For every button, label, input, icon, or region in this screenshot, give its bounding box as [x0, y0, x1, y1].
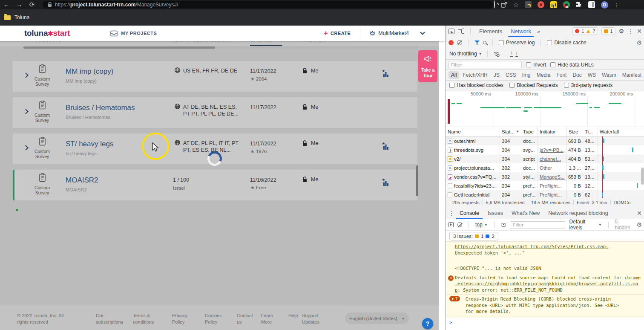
extension-chart-icon[interactable]: [550, 1, 557, 8]
type-filter[interactable]: Doc: [570, 71, 584, 79]
drawer-menu-icon[interactable]: ⋮: [448, 210, 454, 217]
tab-issues[interactable]: Issues: [484, 207, 506, 219]
browser-menu-icon[interactable]: ⋮: [614, 2, 620, 8]
network-conditions-icon[interactable]: [493, 51, 500, 57]
network-request-row[interactable]: vendor.css?v=TQ... 302 styl... ManageS..…: [446, 172, 644, 181]
network-request-row[interactable]: feasibility?ids=23... 204 pref... Prefli…: [446, 181, 644, 190]
import-har-icon[interactable]: ↑: [510, 51, 513, 57]
inspect-element-icon[interactable]: [448, 29, 454, 34]
preserve-log-checkbox[interactable]: Preserve log: [499, 40, 535, 46]
network-request-row[interactable]: threedots.svg 304 svg... js?v=-PB... 474…: [446, 145, 644, 154]
network-request-row[interactable]: GetHeaderInitial 204 pref... Preflight..…: [446, 190, 644, 198]
nav-my-projects[interactable]: MY PROJECTS: [110, 30, 157, 37]
create-button[interactable]: + CREATE: [324, 29, 351, 38]
tab-whats-new[interactable]: What's New: [508, 207, 543, 219]
network-filter-input[interactable]: [448, 61, 522, 68]
hide-data-urls-checkbox[interactable]: Hide data URLs: [550, 62, 594, 68]
tab-network-request-blocking[interactable]: Network request blocking: [545, 207, 611, 219]
network-request-row[interactable]: outer.html 304 doc... 693 B 48...: [446, 136, 644, 145]
extension-dark-icon[interactable]: [525, 1, 532, 8]
network-request-row[interactable]: v2/ 304 script channel... 404 B 53...: [446, 154, 644, 163]
settings-gear-icon[interactable]: ⚙: [619, 28, 624, 35]
back-button[interactable]: ←: [0, 0, 13, 9]
expand-repeat-badge[interactable]: 7: [449, 296, 460, 301]
col-name[interactable]: Name: [446, 127, 500, 136]
type-filter[interactable]: Manifest: [620, 71, 644, 79]
zoom-icon[interactable]: [494, 1, 495, 9]
extension-circle-icon[interactable]: [563, 1, 570, 8]
issues-summary-button[interactable]: 3 Issues: 1 2: [449, 232, 498, 240]
log-levels-select[interactable]: Default levels▼: [569, 219, 601, 231]
share-icon[interactable]: [501, 2, 507, 8]
bookmark-star-icon[interactable]: ☆: [513, 1, 519, 8]
record-icon[interactable]: [448, 40, 454, 45]
type-filter[interactable]: CSS: [503, 71, 519, 79]
device-toolbar-icon[interactable]: [458, 29, 464, 34]
devtools-scrollbar-thumb[interactable]: [641, 168, 644, 185]
live-expression-eye-icon[interactable]: [501, 223, 506, 227]
tab-elements[interactable]: Elements: [477, 26, 505, 37]
initiator-link[interactable]: ManageS...: [538, 172, 567, 181]
network-settings-gear-icon[interactable]: ⚙: [636, 39, 642, 46]
url-bar[interactable]: https://project.tolunastart-trn.com/Mana…: [43, 1, 493, 9]
bookmark-item[interactable]: Toluna: [14, 14, 29, 20]
forward-button[interactable]: →: [13, 0, 26, 9]
split-window-icon[interactable]: [588, 1, 595, 8]
col-waterfall[interactable]: Waterfall: [598, 127, 644, 136]
initiator-link[interactable]: js?v=-PB...: [538, 145, 567, 154]
tab-console[interactable]: Console: [456, 207, 483, 219]
error-warning-badges[interactable]: 1 7: [572, 27, 598, 35]
col-time[interactable]: Ti...: [583, 127, 598, 136]
console-filter-input[interactable]: [510, 221, 565, 229]
filter-funnel-icon[interactable]: [474, 40, 480, 45]
type-filter[interactable]: Media: [534, 71, 553, 79]
console-warning-message[interactable]: 9 DevTools failed to load source map: Co…: [446, 273, 644, 295]
account-menu[interactable]: MultiMarket4: [370, 30, 409, 36]
col-initiator[interactable]: Initiator: [538, 127, 567, 136]
close-drawer-icon[interactable]: ✕: [637, 210, 642, 217]
invert-checkbox[interactable]: Invert: [526, 62, 546, 68]
issues-badge[interactable]: 1: [601, 27, 615, 35]
initiator-link[interactable]: channel...: [538, 154, 567, 163]
type-filter-all[interactable]: All: [448, 71, 459, 79]
third-party-requests-checkbox[interactable]: 3rd-party requests: [564, 82, 612, 88]
console-link[interactable]: https://project.tolunastart-trn.com/Styl…: [455, 244, 608, 249]
execution-context-select[interactable]: top▼: [475, 222, 488, 228]
type-filter[interactable]: Wasm: [599, 71, 619, 79]
type-filter[interactable]: Fetch/XHR: [460, 71, 490, 79]
type-filter[interactable]: Img: [520, 71, 533, 79]
disable-cache-checkbox[interactable]: Disable cache: [547, 40, 586, 46]
network-overview-timeline[interactable]: 50000 ms 100000 ms 150000 ms 200000 ms: [446, 90, 644, 127]
throttling-select[interactable]: No throttling▼: [449, 51, 482, 57]
extensions-puzzle-icon[interactable]: [576, 2, 582, 8]
help-button[interactable]: ?: [422, 318, 433, 329]
search-icon[interactable]: [483, 41, 486, 44]
take-a-tour-badge[interactable]: Take a Tour: [418, 50, 437, 82]
console-prompt[interactable]: >: [446, 318, 644, 330]
has-blocked-cookies-checkbox[interactable]: Has blocked cookies: [449, 82, 503, 88]
console-warning-message[interactable]: https://project.tolunastart-trn.com/Styl…: [446, 242, 644, 273]
devtools-menu-icon[interactable]: ⋮: [627, 28, 633, 35]
profile-avatar[interactable]: D: [601, 1, 608, 9]
tab-network[interactable]: Network: [508, 26, 534, 37]
blocked-requests-checkbox[interactable]: Blocked Requests: [509, 82, 558, 88]
more-tabs-icon[interactable]: »: [537, 28, 540, 35]
col-size[interactable]: Size: [567, 127, 583, 136]
type-filter[interactable]: WS: [585, 71, 598, 79]
reload-button[interactable]: ⟳: [26, 0, 38, 9]
type-filter[interactable]: Font: [554, 71, 569, 79]
console-warning-message[interactable]: 7 Cross-Origin Read Blocking (CORB) bloc…: [446, 295, 644, 316]
network-request-row[interactable]: project.tolunasta... 302 doc... Other 1.…: [446, 163, 644, 172]
col-type[interactable]: Type: [521, 127, 538, 136]
type-filter[interactable]: JS: [491, 71, 502, 79]
clear-icon[interactable]: [457, 40, 462, 45]
chevron-down-icon[interactable]: [420, 30, 425, 35]
clear-console-icon[interactable]: [457, 222, 462, 227]
export-har-icon[interactable]: ↓: [515, 51, 518, 57]
console-settings-gear-icon[interactable]: ⚙: [636, 221, 642, 228]
col-status[interactable]: Stat... ▼: [500, 127, 521, 136]
close-devtools-icon[interactable]: ✕: [637, 28, 642, 35]
extension-red-icon[interactable]: [538, 1, 544, 8]
console-sidebar-icon[interactable]: [448, 222, 454, 227]
toluna-start-logo[interactable]: toluna✱start: [24, 29, 70, 38]
